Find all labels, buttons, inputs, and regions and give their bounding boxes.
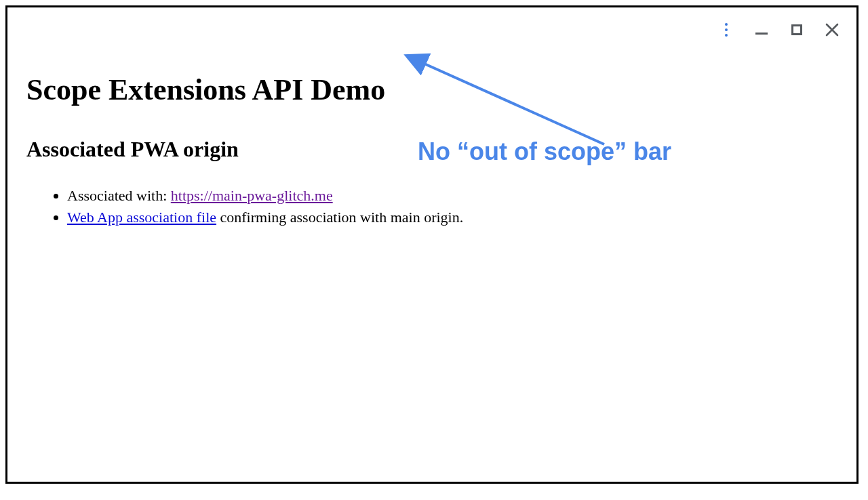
maximize-icon[interactable]	[789, 22, 805, 38]
association-file-link[interactable]: Web App association file	[67, 209, 216, 226]
window-titlebar	[718, 7, 856, 45]
more-vertical-icon[interactable]	[718, 22, 734, 38]
page-title: Scope Extensions API Demo	[26, 72, 837, 107]
minimize-icon[interactable]	[753, 22, 770, 38]
close-icon[interactable]	[824, 22, 840, 38]
list-item: Web App association file confirming asso…	[67, 207, 837, 228]
association-list: Associated with: https://main-pwa-glitch…	[50, 185, 837, 228]
section-title: Associated PWA origin	[26, 137, 837, 162]
list-item: Associated with: https://main-pwa-glitch…	[67, 185, 837, 207]
list-item-prefix: Associated with:	[67, 187, 171, 204]
app-window: Scope Extensions API Demo Associated PWA…	[5, 5, 859, 484]
associated-origin-link[interactable]: https://main-pwa-glitch.me	[171, 187, 333, 204]
list-item-suffix: confirming association with main origin.	[216, 209, 463, 226]
